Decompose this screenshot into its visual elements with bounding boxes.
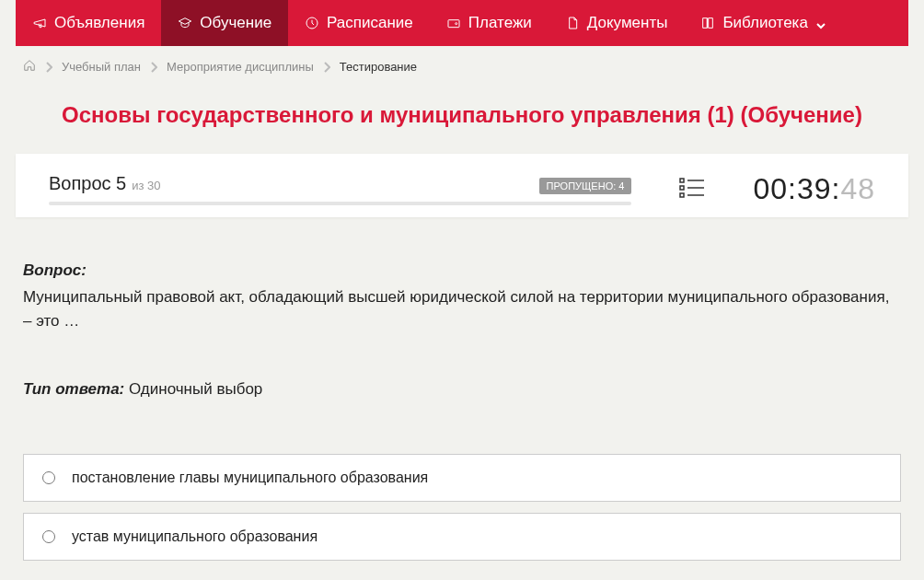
nav-item-announcements[interactable]: Объявления (16, 0, 161, 46)
nav-label: Расписание (327, 14, 413, 32)
breadcrumb-item-event[interactable]: Мероприятие дисциплины (167, 60, 314, 74)
option-text: постановление главы муниципального образ… (72, 470, 428, 486)
breadcrumb: Учебный план Мероприятие дисциплины Тест… (16, 46, 908, 87)
question-list-button[interactable] (679, 177, 705, 203)
option-text: устав муниципального образования (72, 528, 318, 545)
question-total: из 30 (132, 179, 160, 192)
options-list: постановление главы муниципального образ… (16, 399, 908, 580)
svg-point-2 (455, 23, 456, 25)
wallet-icon (446, 16, 461, 30)
progress-bar (49, 202, 631, 205)
svg-rect-4 (680, 186, 684, 190)
document-icon (565, 16, 580, 30)
option-item[interactable]: постановление главы муниципального образ… (23, 454, 901, 502)
nav-item-schedule[interactable]: Расписание (288, 0, 430, 46)
question-label: Вопрос: (23, 261, 901, 280)
book-icon (700, 16, 715, 30)
status-panel: Вопрос 5 из 30 ПРОПУЩЕНО: 4 00: (16, 154, 908, 217)
question-text: Муниципальный правовой акт, обладающий в… (23, 285, 901, 334)
svg-rect-1 (448, 20, 459, 28)
top-nav: Объявления Обучение Расписание Платежи Д… (16, 0, 908, 46)
page-title: Основы государственного и муниципального… (16, 87, 908, 154)
megaphone-icon (32, 16, 47, 30)
option-radio[interactable] (42, 530, 55, 543)
clock-icon (305, 16, 319, 30)
svg-rect-5 (680, 193, 684, 197)
nav-label: Обучение (200, 14, 271, 32)
nav-item-documents[interactable]: Документы (549, 0, 685, 46)
academic-cap-icon (178, 16, 192, 30)
svg-rect-3 (680, 179, 684, 182)
nav-label: Документы (587, 14, 668, 32)
nav-item-library[interactable]: Библиотека (684, 0, 842, 46)
nav-label: Объявления (54, 14, 144, 32)
question-body: Вопрос: Муниципальный правовой акт, обла… (16, 217, 908, 399)
breadcrumb-current: Тестирование (340, 60, 417, 74)
nav-item-learning[interactable]: Обучение (161, 0, 288, 46)
chevron-right-icon (323, 62, 330, 73)
nav-item-payments[interactable]: Платежи (430, 0, 549, 46)
option-item[interactable]: устав муниципального образования (23, 513, 901, 561)
nav-label: Платежи (468, 14, 532, 32)
chevron-right-icon (45, 62, 52, 73)
question-number: Вопрос 5 (49, 173, 126, 194)
skipped-badge: ПРОПУЩЕНО: 4 (539, 178, 632, 194)
nav-label: Библиотека (722, 14, 807, 32)
chevron-right-icon (150, 62, 157, 73)
breadcrumb-item-plan[interactable]: Учебный план (62, 60, 141, 74)
timer: 00:39:48 (753, 172, 875, 206)
answer-type: Тип ответа: Одиночный выбор (23, 380, 901, 399)
chevron-down-icon (815, 17, 826, 29)
home-icon[interactable] (23, 59, 36, 75)
option-radio[interactable] (42, 471, 55, 484)
question-progress: Вопрос 5 из 30 ПРОПУЩЕНО: 4 (49, 173, 631, 205)
